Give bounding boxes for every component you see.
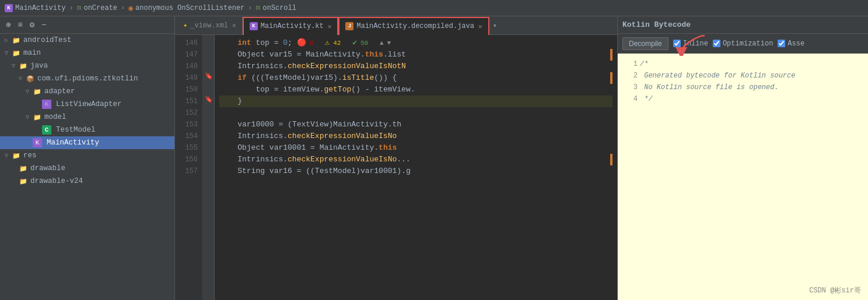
sidebar-item-testmodel[interactable]: C TestModel (0, 123, 174, 136)
java-icon: C (42, 125, 51, 135)
breadcrumb-sep-3: › (248, 4, 252, 12)
main-layout: ⊕ ≡ ⚙ − ▷ 📁 androidTest ▽ 📁 main ▽ 📁 jav… (0, 16, 868, 300)
sidebar-item-label: com.ufi.pdioms.ztkotlin (37, 75, 138, 83)
optimization-checkbox-label[interactable]: Optimization (713, 40, 773, 48)
arrow-down-icon: ▽ (5, 50, 12, 57)
optimization-checkbox[interactable] (713, 40, 720, 47)
breadcrumb-sep-1: › (69, 4, 73, 12)
optimization-label: Optimization (723, 40, 773, 48)
bytecode-line-2: Generated bytecode for Kotlin source (640, 70, 863, 82)
inline-label: Inline (683, 40, 708, 48)
arrow-down-icon: ▽ (5, 152, 12, 159)
sidebar-item-main[interactable]: ▽ 📁 main (0, 47, 174, 59)
folder-icon: 📁 (19, 164, 28, 173)
sidebar-item-mainactivity[interactable]: K MainActivity (0, 136, 174, 149)
decompile-button[interactable]: Decompile (622, 37, 668, 50)
editor-area: ✦ _view.xml ✕ K MainActivity.kt ✕ J Main… (175, 16, 617, 300)
arrow-down-icon: ▽ (12, 62, 19, 69)
arrow-icon: ▷ (5, 37, 12, 44)
bytecode-line-3: No Kotlin source file is opened. (640, 82, 863, 93)
bytecode-title: Kotlin Bytecode (622, 20, 691, 29)
sidebar-item-label: MainActivity (47, 139, 99, 147)
kotlin-icon: K (42, 100, 51, 109)
xml-icon: ✦ (183, 21, 187, 30)
close-icon[interactable]: ✕ (328, 23, 332, 30)
arrow-down-icon: ▽ (26, 88, 33, 95)
flatten-icon[interactable]: ≡ (16, 19, 23, 31)
breadcrumb-scrolllistener[interactable]: anonymous OnScrollListener (135, 4, 244, 12)
chevron-down-icon: ▾ (493, 21, 498, 30)
sidebar-item-label: drawable (30, 164, 65, 172)
breadcrumb-icon-oncreate: m (77, 3, 82, 12)
folder-icon: 📁 (19, 177, 28, 186)
bytecode-line-1: /* (640, 58, 863, 70)
sidebar-item-package[interactable]: ▽ 📦 com.ufi.pdioms.ztkotlin (0, 72, 174, 85)
close-icon[interactable]: ✕ (232, 22, 236, 29)
sidebar-item-res[interactable]: ▽ 📁 res (0, 149, 174, 162)
breadcrumb-mainactivity[interactable]: MainActivity (15, 4, 65, 12)
asse-label: Asse (788, 40, 804, 48)
arrow-down-icon[interactable]: ▼ (387, 37, 391, 49)
line-numbers: 146 147 148 149 150 151 152 153 154 155 … (175, 35, 203, 300)
code-line-148: Intrinsics.checkExpressionValueIsNotN (219, 61, 612, 72)
warning-icon: ⚠ (325, 37, 330, 49)
bookmark-icon: 🔖 (205, 96, 213, 103)
add-icon[interactable]: ⊕ (5, 19, 12, 31)
code-line-149: if (((TestModel)var15).isTitle()) { (219, 72, 612, 84)
breadcrumb-oncreate[interactable]: onCreate (83, 4, 117, 12)
asse-checkbox-label[interactable]: Asse (778, 40, 804, 48)
inline-hints: 🔴 8 ⚠ 42 ✔ 50 ▲ ▼ (297, 37, 391, 49)
orange-stripe-147 (610, 49, 612, 61)
code-line-152 (219, 107, 612, 119)
tab-label: _view.xml (190, 22, 228, 30)
code-text: Intrinsics.checkExpressionValueIsNotN (219, 61, 406, 72)
sidebar-item-listviewadapter[interactable]: K ListViewAdapter (0, 98, 174, 111)
minus-icon[interactable]: − (40, 19, 47, 31)
orange-stripe-156 (610, 154, 612, 165)
bytecode-content: 1 2 3 4 /* Generated bytecode for Kotlin… (618, 54, 868, 300)
code-line-155: Object var10001 = MainActivity.this (219, 142, 612, 154)
breadcrumb-bar: K MainActivity › m onCreate › ◉ anonymou… (0, 0, 868, 16)
kotlin-icon: K (33, 138, 42, 147)
sidebar-item-drawable-v24[interactable]: 📁 drawable-v24 (0, 175, 174, 188)
close-icon[interactable]: ✕ (478, 23, 482, 30)
gutter-area: 🔖 🔖 (203, 35, 215, 300)
gear-icon[interactable]: ⚙ (29, 19, 36, 31)
tab-label: MainActivity.kt (261, 22, 324, 30)
code-content[interactable]: int top = 0; 🔴 8 ⚠ 42 ✔ 50 ▲ (215, 35, 617, 300)
inline-checkbox[interactable] (673, 40, 681, 47)
folder-icon: 📁 (33, 112, 42, 122)
csdn-watermark: CSDN @彬sir哥 (809, 285, 861, 295)
code-text: String var16 = ((TestModel)var10001).g (219, 165, 411, 177)
file-tree: ▷ 📁 androidTest ▽ 📁 main ▽ 📁 java ▽ 📦 co… (0, 34, 174, 300)
orange-stripe-149 (610, 72, 612, 84)
sidebar-item-drawable[interactable]: 📁 drawable (0, 162, 174, 175)
breadcrumb-onscroll[interactable]: onScroll (262, 4, 296, 12)
sidebar-item-java[interactable]: ▽ 📁 java (0, 59, 174, 72)
code-text: if (((TestModel)var15).isTitle()) { (219, 72, 397, 84)
code-line-147: Object var15 = MainActivity.this.list (219, 49, 612, 61)
sidebar-item-label: adapter (44, 87, 75, 96)
tab-mainactivity-java[interactable]: J MainActivity.decompiled.java ✕ (338, 17, 489, 35)
folder-icon: 📁 (33, 87, 42, 96)
sidebar-item-adapter[interactable]: ▽ 📁 adapter (0, 85, 174, 98)
error-icon: 🔴 (297, 37, 306, 49)
bytecode-line-4: */ (640, 93, 863, 105)
code-line-157: String var16 = ((TestModel)var10001).g (219, 165, 612, 177)
sidebar-item-label: ListViewAdapter (56, 100, 122, 108)
sidebar: ⊕ ≡ ⚙ − ▷ 📁 androidTest ▽ 📁 main ▽ 📁 jav… (0, 16, 175, 300)
arrow-up-icon[interactable]: ▲ (380, 37, 384, 49)
sidebar-item-androidtest[interactable]: ▷ 📁 androidTest (0, 34, 174, 47)
tab-dropdown[interactable]: ▾ (489, 21, 501, 30)
inline-checkbox-label[interactable]: Inline (673, 40, 708, 48)
asse-checkbox[interactable] (778, 40, 785, 47)
code-text: top = itemView.getTop() - itemView. (219, 84, 415, 96)
kotlin-icon: K (250, 22, 258, 30)
code-text: var10000 = (TextView)MainActivity.th (219, 119, 401, 130)
sidebar-item-label: androidTest (23, 36, 72, 44)
tab-view-xml[interactable]: ✦ _view.xml ✕ (177, 16, 243, 34)
sidebar-item-label: model (44, 113, 66, 121)
code-line-146: int top = 0; 🔴 8 ⚠ 42 ✔ 50 ▲ (219, 37, 612, 49)
sidebar-item-model[interactable]: ▽ 📁 model (0, 111, 174, 123)
tab-mainactivity-kt[interactable]: K MainActivity.kt ✕ (243, 17, 339, 35)
